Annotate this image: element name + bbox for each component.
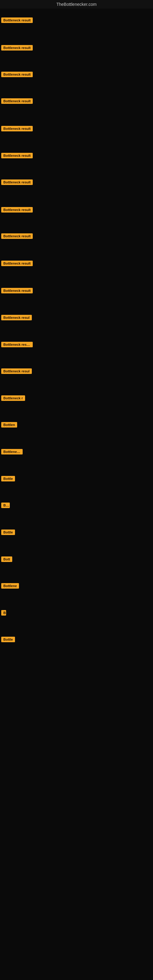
bottleneck-badge-8[interactable]: Bottleneck result: [1, 207, 33, 213]
bottleneck-badge-23[interactable]: B: [1, 610, 6, 616]
bottleneck-badge-20[interactable]: Bottle: [1, 530, 15, 535]
bottleneck-badge-16[interactable]: Bottlen: [1, 422, 17, 428]
bottleneck-row-18: Bottle: [1, 476, 15, 483]
bottleneck-row-23: B: [1, 610, 6, 617]
bottleneck-row-24: Bottle: [1, 637, 15, 643]
bottleneck-row-7: Bottleneck result: [1, 180, 33, 186]
bottleneck-badge-1[interactable]: Bottleneck result: [1, 18, 33, 23]
bottleneck-row-15: Bottleneck r: [1, 395, 25, 402]
bottleneck-row-17: Bottleneck: [1, 449, 22, 456]
bottleneck-row-14: Bottleneck resul: [1, 368, 32, 375]
site-title: TheBottlenecker.com: [0, 0, 153, 9]
bottleneck-badge-4[interactable]: Bottleneck result: [1, 98, 33, 104]
bottleneck-row-4: Bottleneck result: [1, 98, 33, 105]
bottleneck-badge-6[interactable]: Bottleneck result: [1, 153, 33, 158]
bottleneck-badge-5[interactable]: Bottleneck result: [1, 126, 33, 131]
bottleneck-badge-12[interactable]: Bottleneck resul: [1, 315, 32, 320]
bottleneck-row-19: Bo: [1, 503, 10, 509]
bottleneck-badge-7[interactable]: Bottleneck result: [1, 180, 33, 185]
bottleneck-badge-17[interactable]: Bottleneck: [1, 449, 22, 455]
bottleneck-row-9: Bottleneck result: [1, 233, 33, 240]
bottleneck-row-13: Bottleneck result: [1, 342, 33, 348]
bottleneck-badge-24[interactable]: Bottle: [1, 637, 15, 642]
bottleneck-row-6: Bottleneck result: [1, 153, 33, 159]
bottleneck-row-16: Bottlen: [1, 422, 17, 429]
bottleneck-badge-9[interactable]: Bottleneck result: [1, 233, 33, 239]
bottleneck-row-10: Bottleneck result: [1, 261, 33, 267]
bottleneck-badge-18[interactable]: Bottle: [1, 476, 15, 481]
bottleneck-row-1: Bottleneck result: [1, 18, 33, 24]
bottleneck-row-3: Bottleneck result: [1, 72, 33, 78]
bottleneck-row-2: Bottleneck result: [1, 45, 33, 52]
bottleneck-row-22: Bottlene: [1, 583, 19, 590]
bottleneck-row-20: Bottle: [1, 530, 15, 536]
bottleneck-badge-11[interactable]: Bottleneck result: [1, 288, 33, 293]
bottleneck-badge-22[interactable]: Bottlene: [1, 583, 19, 589]
bottleneck-badge-14[interactable]: Bottleneck resul: [1, 368, 32, 374]
bottleneck-row-21: Bott: [1, 557, 12, 563]
bottleneck-row-8: Bottleneck result: [1, 207, 33, 214]
bottleneck-badge-13[interactable]: Bottleneck result: [1, 342, 33, 347]
bottleneck-badge-15[interactable]: Bottleneck r: [1, 395, 25, 401]
bottleneck-badge-19[interactable]: Bo: [1, 503, 10, 508]
bottleneck-row-5: Bottleneck result: [1, 126, 33, 133]
bottleneck-row-11: Bottleneck result: [1, 288, 33, 294]
bottleneck-badge-21[interactable]: Bott: [1, 557, 12, 562]
bottleneck-badge-10[interactable]: Bottleneck result: [1, 261, 33, 266]
bottleneck-row-12: Bottleneck resul: [1, 315, 32, 321]
bottleneck-badge-2[interactable]: Bottleneck result: [1, 45, 33, 51]
bottleneck-badge-3[interactable]: Bottleneck result: [1, 72, 33, 77]
